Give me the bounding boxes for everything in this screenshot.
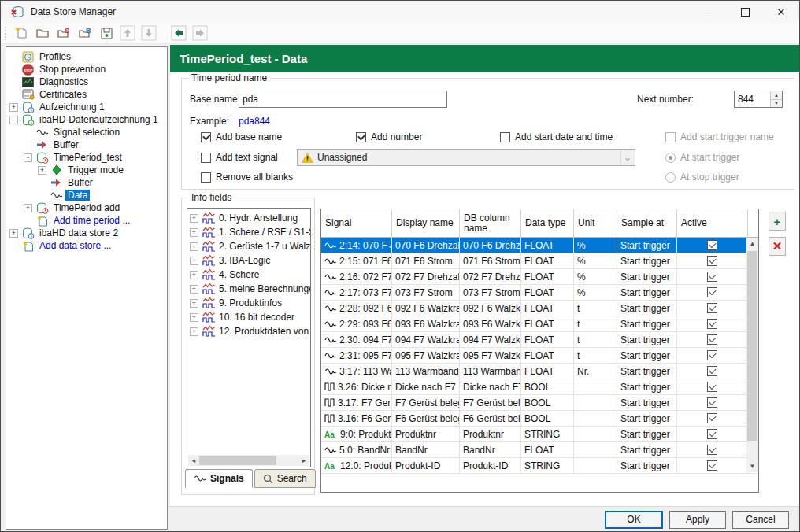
checkbox-icon[interactable] bbox=[500, 132, 510, 142]
table-row[interactable]: Aa12:0: Produkt-Produkt-IDProdukt-IDSTRI… bbox=[321, 458, 758, 474]
active-cell[interactable] bbox=[677, 285, 748, 300]
data-type-cell[interactable]: STRING bbox=[521, 458, 574, 473]
expander-plus-icon[interactable]: + bbox=[9, 103, 18, 112]
info-field-item[interactable]: +12. Produktdaten von Level bbox=[187, 324, 310, 338]
column-header-active[interactable]: Active bbox=[677, 209, 748, 237]
expander-plus-icon[interactable]: + bbox=[38, 166, 46, 175]
signal-cell[interactable]: 3.16: F6 Gerüs bbox=[321, 411, 392, 426]
table-row[interactable]: 2:28: 092 F6 W092 F6 Walzkraf...092 F6 W… bbox=[321, 301, 758, 316]
spinner-arrows[interactable]: ▲▼ bbox=[770, 91, 782, 107]
checkbox-icon[interactable] bbox=[201, 172, 211, 183]
nav-back-icon[interactable] bbox=[169, 24, 188, 42]
spin-down-icon[interactable]: ▼ bbox=[771, 100, 782, 108]
info-field-item[interactable]: +5. meine Berechnungen bbox=[187, 282, 310, 296]
unit-cell[interactable]: % bbox=[574, 253, 617, 268]
horizontal-scrollbar[interactable]: ◂ ▸ bbox=[188, 455, 309, 466]
display-name-cell[interactable]: F6 Gerüst belegt bbox=[392, 411, 460, 426]
data-type-cell[interactable]: FLOAT bbox=[521, 364, 574, 379]
table-row[interactable]: 2:15: 071 F6 S071 F6 Strom071 F6 StromFL… bbox=[321, 253, 758, 269]
expander-plus-icon[interactable]: + bbox=[190, 271, 198, 279]
tree-item-stop-prevention[interactable]: STOPStop prevention bbox=[6, 63, 167, 76]
column-header-signal[interactable]: Signal bbox=[321, 209, 392, 237]
unit-cell[interactable] bbox=[574, 458, 617, 473]
open-folder-s-icon[interactable]: S bbox=[54, 24, 73, 42]
db-column-name-cell[interactable]: 093 F6 Walzkr... bbox=[460, 316, 521, 331]
active-checkbox[interactable] bbox=[707, 445, 717, 455]
tree-item-add-time-period[interactable]: Add time period ... bbox=[6, 214, 167, 227]
sample-at-cell[interactable]: Start trigger bbox=[617, 379, 677, 394]
tree-item-trigger-mode[interactable]: +Trigger mode bbox=[6, 164, 167, 176]
sample-at-cell[interactable]: Start trigger bbox=[617, 458, 677, 473]
active-checkbox[interactable] bbox=[707, 397, 717, 408]
signal-cell[interactable]: 2:17: 073 F7 S bbox=[321, 285, 392, 300]
sample-at-cell[interactable]: Start trigger bbox=[617, 442, 677, 457]
data-type-cell[interactable]: FLOAT bbox=[521, 442, 574, 457]
apply-button[interactable]: Apply bbox=[669, 511, 726, 529]
tree-item-buffer[interactable]: Buffer bbox=[6, 139, 167, 151]
active-cell[interactable] bbox=[677, 253, 748, 268]
signal-cell[interactable]: Aa12:0: Produkt- bbox=[321, 458, 392, 473]
unit-cell[interactable]: % bbox=[574, 285, 617, 300]
spin-up-icon[interactable]: ▲ bbox=[771, 91, 782, 100]
checkbox-icon[interactable] bbox=[201, 132, 211, 142]
expander-minus-icon[interactable]: - bbox=[24, 153, 32, 162]
unit-cell[interactable] bbox=[574, 379, 617, 394]
data-type-cell[interactable]: FLOAT bbox=[521, 348, 574, 363]
display-name-cell[interactable]: Dicke nach F7 bbox=[392, 379, 460, 394]
display-name-cell[interactable]: 073 F7 Strom bbox=[392, 285, 460, 300]
display-name-cell[interactable]: Produktnr bbox=[392, 427, 460, 441]
next-number-value[interactable]: 844 bbox=[735, 91, 770, 107]
add-base-name-checkbox[interactable]: Add base name bbox=[201, 131, 282, 143]
data-type-cell[interactable]: BOOL bbox=[521, 411, 574, 426]
ok-button[interactable]: OK bbox=[605, 511, 663, 529]
unit-cell[interactable]: % bbox=[574, 269, 617, 284]
column-header-display-name[interactable]: Display name bbox=[392, 209, 460, 237]
expander-plus-icon[interactable]: + bbox=[190, 327, 198, 336]
db-column-name-cell[interactable]: 092 F6 Walzkr... bbox=[460, 301, 521, 316]
tree-item-data[interactable]: Data bbox=[6, 189, 167, 201]
display-name-cell[interactable]: 071 F6 Strom bbox=[392, 253, 460, 268]
signal-cell[interactable]: Aa9:0: Produktnr bbox=[321, 427, 392, 441]
tree-item-ibahd-datenaufzeichnung-1[interactable]: -ibaHD-Datenaufzeichnung 1 bbox=[6, 113, 167, 126]
table-row[interactable]: 3.26: Dicke naDicke nach F7Dicke nach F7… bbox=[321, 379, 758, 395]
save-icon[interactable] bbox=[97, 24, 116, 42]
add-signal-button[interactable]: + bbox=[769, 212, 786, 231]
maximize-button[interactable] bbox=[727, 1, 763, 23]
table-row[interactable]: 2:17: 073 F7 S073 F7 Strom073 F7 StromFL… bbox=[321, 285, 758, 301]
active-cell[interactable] bbox=[677, 411, 748, 426]
info-field-item[interactable]: +0. Hydr. Anstellung bbox=[187, 211, 310, 225]
data-type-cell[interactable]: FLOAT bbox=[521, 332, 574, 347]
table-row[interactable]: 2:30: 094 F7 W094 F7 Walzkraf...094 F7 W… bbox=[321, 332, 758, 348]
db-column-name-cell[interactable]: Produkt-ID bbox=[460, 458, 521, 473]
active-cell[interactable] bbox=[677, 458, 748, 473]
display-name-cell[interactable]: BandNr bbox=[392, 442, 460, 457]
db-column-name-cell[interactable]: 070 F6 Drehzahl bbox=[460, 238, 521, 253]
new-datastore-icon[interactable] bbox=[12, 24, 31, 42]
delete-signal-button[interactable]: ✕ bbox=[769, 237, 786, 256]
db-column-name-cell[interactable]: BandNr bbox=[460, 442, 521, 457]
active-checkbox[interactable] bbox=[707, 272, 717, 282]
expander-plus-icon[interactable]: + bbox=[190, 299, 198, 308]
data-type-cell[interactable]: FLOAT bbox=[521, 316, 574, 331]
open-folder-icon[interactable] bbox=[33, 24, 52, 42]
scroll-up-icon[interactable]: ▲ bbox=[746, 238, 758, 249]
table-row[interactable]: 2:29: 093 F6 W093 F6 Walzkraf...093 F6 W… bbox=[321, 316, 758, 332]
tree-item-diagnostics[interactable]: Diagnostics bbox=[6, 76, 167, 88]
column-header-db-column-name[interactable]: DB column name bbox=[460, 209, 521, 237]
unit-cell[interactable]: t bbox=[574, 348, 617, 363]
info-field-item[interactable]: +1. Schere / RSF / S1-S6 bbox=[187, 225, 310, 239]
signal-cell[interactable]: 5:0: BandNr bbox=[321, 442, 392, 457]
expander-plus-icon[interactable]: + bbox=[190, 285, 198, 294]
data-type-cell[interactable]: FLOAT bbox=[521, 253, 574, 268]
unit-cell[interactable] bbox=[574, 411, 617, 426]
display-name-cell[interactable]: 094 F7 Walzkraf... bbox=[392, 332, 460, 347]
db-column-name-cell[interactable]: 113 Warmban... bbox=[460, 364, 521, 379]
db-column-name-cell[interactable]: 094 F7 Walzkr... bbox=[460, 332, 521, 347]
display-name-cell[interactable]: 113 Warmbandn... bbox=[392, 364, 460, 379]
active-cell[interactable] bbox=[677, 395, 748, 410]
scroll-left-icon[interactable]: ◂ bbox=[188, 455, 199, 466]
data-type-cell[interactable]: FLOAT bbox=[521, 301, 574, 316]
scroll-right-icon[interactable]: ▸ bbox=[298, 455, 309, 466]
data-type-cell[interactable]: BOOL bbox=[521, 395, 574, 410]
scroll-down-icon[interactable]: ▼ bbox=[746, 460, 758, 472]
